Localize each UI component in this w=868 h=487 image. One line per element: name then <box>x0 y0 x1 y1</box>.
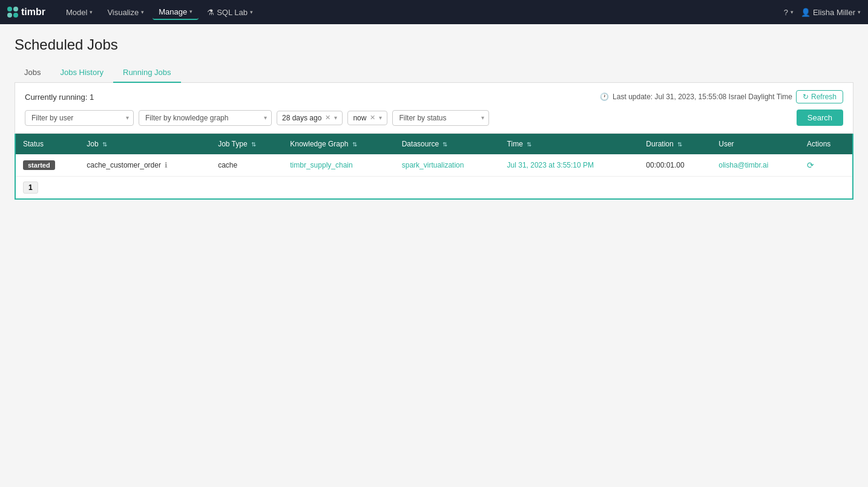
date-to-clear[interactable]: ✕ <box>370 114 375 122</box>
date-from-chevron[interactable]: ▾ <box>334 114 337 121</box>
job-info-icon[interactable]: ℹ <box>165 161 168 169</box>
navbar: timbr Model ▾ Visualize ▾ Manage ▾ ⚗ SQL… <box>0 0 868 24</box>
visualize-label: Visualize <box>107 8 139 17</box>
refresh-icon: ↻ <box>803 93 809 101</box>
page-1-button[interactable]: 1 <box>23 181 38 194</box>
row-job-type: cache <box>211 154 283 177</box>
nav-model[interactable]: Model ▾ <box>60 5 99 19</box>
user-menu[interactable]: 👤 Elisha Miller ▾ <box>801 8 861 17</box>
row-actions: ⟳ <box>800 154 852 177</box>
tab-jobs[interactable]: Jobs <box>15 63 50 83</box>
nav-visualize[interactable]: Visualize ▾ <box>101 5 150 19</box>
filter-area: Currently running: 1 🕐 Last update: Jul … <box>15 83 853 134</box>
jobs-table: Status Job ⇅ Job Type ⇅ Knowledge Graph … <box>16 134 852 177</box>
timbr-logo[interactable]: timbr <box>7 7 45 18</box>
tab-jobs-history[interactable]: Jobs History <box>50 63 113 83</box>
jobs-table-wrap: Status Job ⇅ Job Type ⇅ Knowledge Graph … <box>15 134 853 200</box>
col-actions: Actions <box>800 134 852 154</box>
manage-label: Manage <box>159 7 187 16</box>
row-knowledge-graph: timbr_supply_chain <box>283 154 394 177</box>
clock-icon: 🕐 <box>600 93 609 101</box>
knowledge-graph-link[interactable]: timbr_supply_chain <box>290 161 352 169</box>
sqllab-icon: ⚗ <box>207 8 214 17</box>
col-time[interactable]: Time ⇅ <box>500 134 639 154</box>
model-chevron: ▾ <box>90 9 93 15</box>
visualize-chevron: ▾ <box>141 9 144 15</box>
nav-sqllab[interactable]: ⚗ SQL Lab ▾ <box>201 5 259 19</box>
help-chevron: ▾ <box>791 9 794 15</box>
user-link[interactable]: olisha@timbr.ai <box>718 161 768 169</box>
action-stop-icon[interactable]: ⟳ <box>807 160 814 170</box>
table-row: started cache_customer_order ℹ cache tim… <box>16 154 852 177</box>
datasource-sort-icon: ⇅ <box>442 141 447 148</box>
table-header: Status Job ⇅ Job Type ⇅ Knowledge Graph … <box>16 134 852 154</box>
manage-chevron: ▾ <box>189 8 192 15</box>
row-job: cache_customer_order ℹ <box>79 154 211 177</box>
page-content: Scheduled Jobs Jobs Jobs History Running… <box>0 24 868 487</box>
user-chevron: ▾ <box>858 9 861 15</box>
row-time-value: Jul 31, 2023 at 3:55:10 PM <box>507 161 594 169</box>
tab-running-jobs[interactable]: Running Jobs <box>113 63 181 83</box>
kg-filter-wrap: Filter by knowledge graph ▾ <box>139 110 272 126</box>
date-to-chevron[interactable]: ▾ <box>379 114 382 121</box>
refresh-label: Refresh <box>811 93 837 101</box>
time-sort-icon: ⇅ <box>527 141 531 148</box>
table-body: started cache_customer_order ℹ cache tim… <box>16 154 852 177</box>
user-name: Elisha Miller <box>813 8 855 17</box>
refresh-button[interactable]: ↻ Refresh <box>796 90 843 103</box>
job-sort-icon: ⇅ <box>102 141 107 148</box>
row-status: started <box>16 154 79 177</box>
tabs: Jobs Jobs History Running Jobs <box>15 63 853 83</box>
status-filter[interactable]: Filter by status <box>392 110 489 126</box>
sqllab-chevron: ▾ <box>250 9 253 15</box>
last-update-text: Last update: Jul 31, 2023, 15:55:08 Isra… <box>613 93 792 101</box>
date-from-clear[interactable]: ✕ <box>325 114 330 122</box>
logo-icon <box>7 7 18 18</box>
filters-row: Filter by user ▾ Filter by knowledge gra… <box>25 109 843 126</box>
last-update-section: 🕐 Last update: Jul 31, 2023, 15:55:08 Is… <box>600 90 843 103</box>
col-knowledge-graph[interactable]: Knowledge Graph ⇅ <box>283 134 394 154</box>
status-badge: started <box>23 160 55 170</box>
row-time: Jul 31, 2023 at 3:55:10 PM <box>500 154 639 177</box>
page-title: Scheduled Jobs <box>15 36 853 53</box>
job-type-sort-icon: ⇅ <box>251 141 256 148</box>
col-user: User <box>711 134 800 154</box>
col-datasource[interactable]: Datasource ⇅ <box>395 134 500 154</box>
date-to-filter[interactable]: now ✕ ▾ <box>347 111 387 125</box>
row-datasource: spark_virtualization <box>395 154 500 177</box>
search-button[interactable]: Search <box>797 109 843 126</box>
nav-manage[interactable]: Manage ▾ <box>153 5 199 20</box>
help-icon: ? <box>784 8 788 17</box>
col-status: Status <box>16 134 79 154</box>
date-from-value: 28 days ago <box>282 114 321 122</box>
status-filter-wrap: Filter by status ▾ <box>392 110 489 126</box>
logo-text: timbr <box>21 7 45 18</box>
col-duration[interactable]: Duration ⇅ <box>639 134 711 154</box>
duration-sort-icon: ⇅ <box>677 141 682 148</box>
user-icon: 👤 <box>801 8 810 17</box>
kg-sort-icon: ⇅ <box>352 141 357 148</box>
col-job-type[interactable]: Job Type ⇅ <box>211 134 283 154</box>
user-filter-wrap: Filter by user ▾ <box>25 110 134 126</box>
date-to-value: now <box>353 114 366 122</box>
currently-running-label: Currently running: 1 <box>25 93 94 102</box>
row-user: olisha@timbr.ai <box>711 154 800 177</box>
model-label: Model <box>66 8 87 17</box>
datasource-link[interactable]: spark_virtualization <box>402 161 464 169</box>
filter-top-row: Currently running: 1 🕐 Last update: Jul … <box>25 90 843 103</box>
navbar-left: timbr Model ▾ Visualize ▾ Manage ▾ ⚗ SQL… <box>7 5 259 20</box>
sqllab-label: SQL Lab <box>217 8 248 17</box>
kg-filter[interactable]: Filter by knowledge graph <box>139 110 272 126</box>
row-duration: 00:00:01.00 <box>639 154 711 177</box>
navbar-right: ? ▾ 👤 Elisha Miller ▾ <box>784 8 861 17</box>
pagination: 1 <box>16 177 852 198</box>
col-job[interactable]: Job ⇅ <box>79 134 211 154</box>
date-from-filter[interactable]: 28 days ago ✕ ▾ <box>277 111 343 125</box>
user-filter[interactable]: Filter by user <box>25 110 134 126</box>
help-button[interactable]: ? ▾ <box>784 8 794 17</box>
